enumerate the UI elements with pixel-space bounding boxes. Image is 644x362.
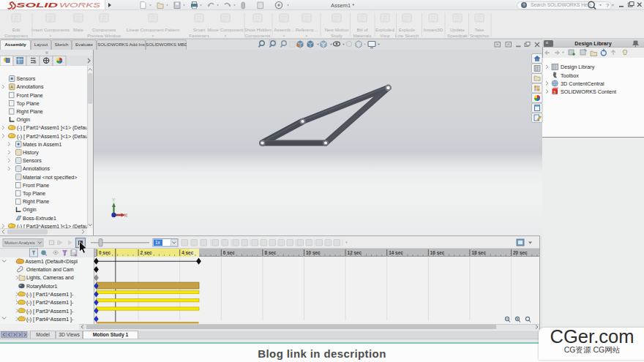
svg-text:20 sec: 20 sec bbox=[513, 250, 528, 255]
svg-text:10 sec: 10 sec bbox=[306, 250, 321, 255]
svg-text:?: ? bbox=[606, 2, 609, 9]
svg-text:Lights, Cameras and: Lights, Cameras and bbox=[26, 275, 74, 281]
svg-text:(-) [ Part3^Assem1 ]-: (-) [ Part3^Assem1 ]- bbox=[26, 309, 74, 314]
svg-text:Toolbox: Toolbox bbox=[561, 72, 579, 79]
svg-text:0 sec: 0 sec bbox=[99, 250, 111, 255]
svg-text:Design Library: Design Library bbox=[561, 64, 595, 70]
svg-text:(-) [ Part2^Assem1 ]-: (-) [ Part2^Assem1 ]- bbox=[26, 300, 74, 306]
svg-text:4 sec: 4 sec bbox=[181, 250, 193, 255]
svg-text:8 sec: 8 sec bbox=[264, 250, 276, 255]
svg-text:(-) [ Part4^Assem1 ]-: (-) [ Part4^Assem1 ]- bbox=[26, 317, 74, 323]
svg-text:14 sec: 14 sec bbox=[389, 250, 403, 255]
svg-text:Assem1 (Default<Displ: Assem1 (Default<Displ bbox=[26, 259, 78, 265]
svg-text:Orientation and Cam: Orientation and Cam bbox=[26, 267, 74, 272]
svg-text:6 sec: 6 sec bbox=[223, 250, 235, 255]
svg-text:(-) [ Part1^Assem1 ]-: (-) [ Part1^Assem1 ]- bbox=[26, 292, 74, 298]
svg-text:18 sec: 18 sec bbox=[471, 250, 486, 255]
svg-text:16 sec: 16 sec bbox=[430, 250, 445, 255]
svg-text:RotaryMotor1: RotaryMotor1 bbox=[26, 284, 58, 290]
svg-text:SOLIDWORKS Content: SOLIDWORKS Content bbox=[561, 88, 616, 95]
svg-text:2 sec: 2 sec bbox=[141, 250, 152, 255]
svg-text:12 sec: 12 sec bbox=[348, 250, 362, 255]
svg-text:3D ContentCentral: 3D ContentCentral bbox=[561, 80, 604, 87]
